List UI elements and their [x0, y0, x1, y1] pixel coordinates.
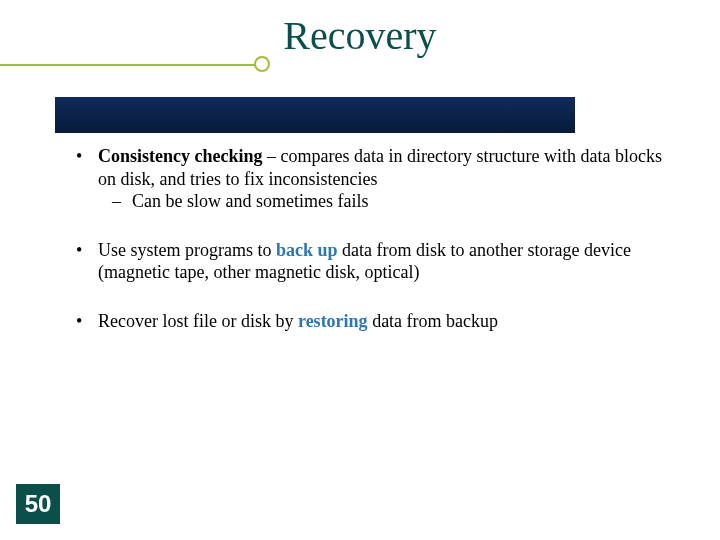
term-back-up: back up	[276, 240, 338, 260]
term-restoring: restoring	[298, 311, 368, 331]
decorative-circle-icon	[254, 56, 270, 72]
list-item: Recover lost file or disk by restoring d…	[70, 310, 670, 333]
slide-title: Recovery	[0, 12, 720, 59]
title-area: Recovery	[0, 0, 720, 100]
body-text: Use system programs to	[98, 240, 276, 260]
list-item: Use system programs to back up data from…	[70, 239, 670, 284]
body-text: data from backup	[368, 311, 498, 331]
list-item: Consistency checking – compares data in …	[70, 145, 670, 213]
slide: Recovery Consistency checking – compares…	[0, 0, 720, 540]
content-area: Consistency checking – compares data in …	[70, 145, 670, 358]
page-number-badge: 50	[16, 484, 60, 524]
decorative-line	[0, 64, 260, 66]
term-consistency-checking: Consistency checking	[98, 146, 263, 166]
decorative-bar	[55, 97, 575, 133]
body-text: Recover lost file or disk by	[98, 311, 298, 331]
sub-list: Can be slow and sometimes fails	[98, 190, 670, 213]
bullet-list: Consistency checking – compares data in …	[70, 145, 670, 332]
list-item: Can be slow and sometimes fails	[98, 190, 670, 213]
body-text: Can be slow and sometimes fails	[132, 191, 368, 211]
